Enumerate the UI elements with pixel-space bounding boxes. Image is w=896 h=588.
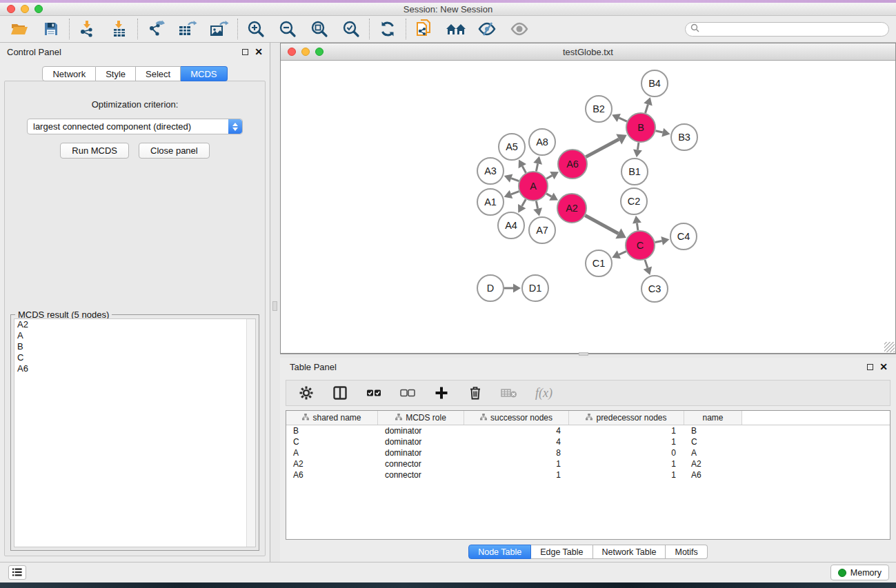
mcds-result-item[interactable]: A6 bbox=[14, 363, 255, 374]
mcds-result-item[interactable]: B bbox=[14, 341, 255, 352]
close-window-icon[interactable] bbox=[7, 5, 15, 13]
graph-node-A5[interactable]: A5 bbox=[499, 134, 525, 160]
task-history-button[interactable] bbox=[8, 565, 26, 580]
graph-node-D1[interactable]: D1 bbox=[522, 275, 548, 301]
tab-edge-table[interactable]: Edge Table bbox=[531, 545, 593, 559]
table-cell[interactable]: dominator bbox=[378, 436, 464, 447]
network-zoom-icon[interactable] bbox=[315, 48, 323, 56]
tab-node-table[interactable]: Node Table bbox=[468, 545, 531, 559]
close-panel-button[interactable]: Close panel bbox=[139, 143, 210, 159]
export-image-button[interactable] bbox=[210, 19, 229, 39]
edge-C-C3[interactable] bbox=[644, 260, 652, 275]
table-cell[interactable]: 1 bbox=[569, 436, 684, 447]
zoom-fit-button[interactable] bbox=[310, 19, 329, 39]
tab-network[interactable]: Network bbox=[42, 66, 96, 81]
network-close-icon[interactable] bbox=[288, 48, 296, 56]
table-cell[interactable]: 8 bbox=[464, 447, 569, 458]
run-mcds-button[interactable]: Run MCDS bbox=[60, 143, 129, 159]
table-cell[interactable]: 1 bbox=[569, 425, 684, 436]
mcds-result-item[interactable]: C bbox=[14, 352, 255, 363]
select-all-columns-button[interactable] bbox=[366, 385, 381, 401]
edge-A-A4[interactable] bbox=[518, 199, 526, 213]
graph-node-A1[interactable]: A1 bbox=[477, 189, 504, 215]
table-cell[interactable]: A bbox=[684, 447, 742, 458]
edge-C-C2[interactable] bbox=[633, 216, 641, 230]
column-header-shared-name[interactable]: shared name bbox=[286, 411, 378, 425]
graph-node-B[interactable]: B bbox=[626, 113, 655, 142]
close-panel-icon[interactable]: ✕ bbox=[255, 48, 263, 55]
new-network-from-selection-button[interactable] bbox=[415, 19, 434, 39]
edge-A-A3[interactable] bbox=[504, 174, 519, 183]
tab-motifs[interactable]: Motifs bbox=[666, 545, 707, 559]
graph-node-C1[interactable]: C1 bbox=[586, 250, 612, 276]
result-scrollbar[interactable] bbox=[246, 319, 255, 547]
graph-node-C2[interactable]: C2 bbox=[621, 188, 647, 214]
memory-button[interactable]: Memory bbox=[830, 565, 889, 580]
edge-A-A7[interactable] bbox=[533, 201, 542, 216]
graph-node-C4[interactable]: C4 bbox=[670, 223, 697, 250]
graph-node-A8[interactable]: A8 bbox=[529, 129, 555, 155]
table-cell[interactable]: 4 bbox=[464, 425, 569, 436]
table-cell[interactable]: connector bbox=[378, 469, 464, 480]
network-window-titlebar[interactable]: testGlobe.txt bbox=[281, 43, 895, 61]
edge-D-D1[interactable] bbox=[504, 284, 521, 293]
criterion-select[interactable]: largest connected component (directed) bbox=[27, 119, 243, 134]
unselect-all-columns-button[interactable] bbox=[400, 385, 415, 401]
edge-B-B3[interactable] bbox=[655, 128, 670, 137]
edge-A-A8[interactable] bbox=[533, 156, 542, 172]
toolbar-search[interactable] bbox=[685, 22, 889, 37]
window-resize-grip-icon[interactable] bbox=[884, 342, 895, 352]
column-header-mcds-role[interactable]: MCDS role bbox=[378, 411, 464, 425]
home-button[interactable] bbox=[446, 19, 466, 39]
table-cell[interactable]: 1 bbox=[464, 458, 569, 469]
table-cell[interactable]: C bbox=[286, 436, 378, 447]
graph-node-A4[interactable]: A4 bbox=[498, 212, 524, 239]
table-cell[interactable]: dominator bbox=[378, 447, 464, 458]
tab-mcds[interactable]: MCDS bbox=[181, 66, 227, 81]
refresh-button[interactable] bbox=[378, 19, 397, 39]
graph-node-C3[interactable]: C3 bbox=[641, 276, 668, 302]
import-network-button[interactable] bbox=[78, 19, 97, 39]
table-cell[interactable]: 1 bbox=[569, 458, 684, 469]
delete-column-button[interactable] bbox=[468, 385, 483, 401]
open-session-button[interactable] bbox=[10, 19, 29, 39]
graph-node-B2[interactable]: B2 bbox=[586, 96, 612, 122]
graph-node-A[interactable]: A bbox=[519, 172, 548, 201]
graph-node-D[interactable]: D bbox=[477, 275, 504, 301]
network-canvas[interactable]: AA1A2A3A4A5A6A7A8BB1B2B3B4CC1C2C3C4DD1 bbox=[281, 61, 895, 353]
zoom-out-button[interactable] bbox=[278, 19, 297, 39]
create-column-button[interactable] bbox=[434, 385, 449, 401]
table-row[interactable]: Bdominator41B bbox=[286, 425, 890, 436]
network-minimize-icon[interactable] bbox=[301, 48, 310, 56]
horizontal-splitter-grip[interactable] bbox=[579, 352, 588, 356]
table-cell[interactable]: connector bbox=[378, 458, 464, 469]
graphics-details-button[interactable] bbox=[478, 19, 497, 39]
search-input[interactable] bbox=[702, 23, 888, 34]
graph-node-B3[interactable]: B3 bbox=[671, 124, 697, 150]
graph-node-A7[interactable]: A7 bbox=[529, 217, 555, 243]
horizontal-splitter[interactable] bbox=[280, 354, 896, 358]
float-panel-icon[interactable] bbox=[242, 49, 248, 55]
table-row[interactable]: A6connector11A6 bbox=[286, 469, 890, 480]
table-cell[interactable]: 0 bbox=[569, 447, 684, 458]
edge-A6-B[interactable] bbox=[586, 134, 626, 156]
close-table-panel-icon[interactable]: ✕ bbox=[879, 363, 888, 370]
graph-node-C[interactable]: C bbox=[626, 231, 655, 260]
zoom-in-button[interactable] bbox=[246, 19, 266, 39]
graph-node-A6[interactable]: A6 bbox=[558, 150, 587, 179]
graph-node-B1[interactable]: B1 bbox=[621, 159, 648, 185]
edge-B-B2[interactable] bbox=[612, 114, 627, 122]
table-row[interactable]: Adominator80A bbox=[286, 447, 890, 458]
tab-style[interactable]: Style bbox=[96, 66, 136, 81]
table-settings-button[interactable] bbox=[299, 385, 314, 401]
tab-network-table[interactable]: Network Table bbox=[593, 545, 666, 559]
hide-details-button[interactable] bbox=[510, 19, 529, 39]
edge-C-C1[interactable] bbox=[612, 250, 626, 258]
tab-select[interactable]: Select bbox=[136, 66, 181, 81]
edge-A-A1[interactable] bbox=[504, 190, 519, 199]
graph-node-B4[interactable]: B4 bbox=[641, 70, 668, 97]
graph-node-A2[interactable]: A2 bbox=[557, 194, 586, 223]
table-cell[interactable]: A6 bbox=[684, 469, 742, 480]
edge-A2-C[interactable] bbox=[585, 216, 626, 239]
import-table-button[interactable] bbox=[110, 19, 129, 39]
